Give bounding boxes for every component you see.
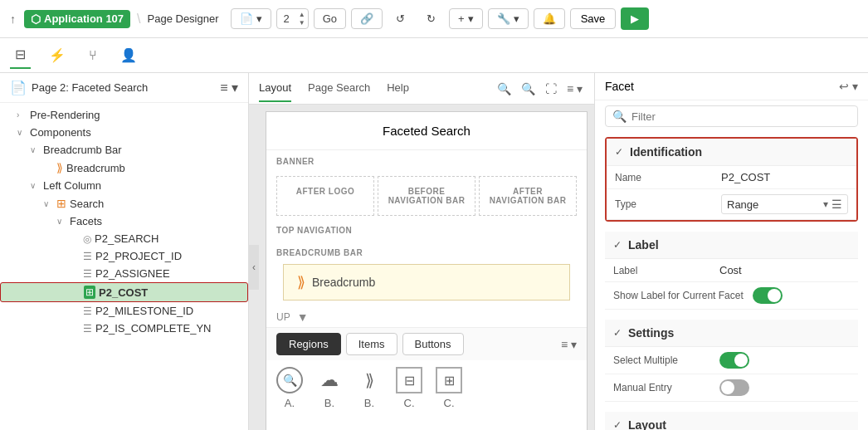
save-button[interactable]: Save <box>570 8 617 29</box>
settings-section: ✓ Settings Select Multiple Manual Entry <box>605 320 858 402</box>
go-button[interactable]: Go <box>314 8 346 29</box>
chevron-icon: ∨ <box>17 128 27 137</box>
page-number-input[interactable]: 2 <box>277 9 296 28</box>
sidebar-item-p2-milestone-id[interactable]: ☰ P2_MILESTONE_ID <box>0 302 248 320</box>
left-scroll-arrow[interactable]: ‹ <box>249 245 259 290</box>
type-select[interactable]: Range ▾ ☰ <box>721 194 848 214</box>
add-button[interactable]: + ▾ <box>449 8 483 29</box>
layout-header[interactable]: ✓ Layout <box>605 412 858 430</box>
type-label: Type <box>615 198 714 210</box>
canvas-bottom-menu[interactable]: ≡ ▾ <box>561 338 577 351</box>
canvas-banner-section: BANNER <box>266 150 587 173</box>
wrench-icon: 🔧 <box>497 12 510 25</box>
sidebar-item-search[interactable]: ∨ ⊞ Search <box>0 194 248 213</box>
breadcrumb-bar-label: BREADCRUMB BAR <box>276 245 577 261</box>
page-stepper[interactable]: ▲▼ <box>296 11 308 27</box>
page-title-text: Page 2: Faceted Search <box>32 81 148 94</box>
select-multiple-toggle[interactable] <box>719 352 749 369</box>
identification-header[interactable]: ✓ Identification <box>607 139 856 166</box>
sidebar-item-label: P2_IS_COMPLETE_YN <box>95 322 211 335</box>
zoom-out-icon[interactable]: 🔍 <box>495 81 513 97</box>
left-panel-menu-icon[interactable]: ≡ ▾ <box>220 80 238 95</box>
name-row: Name P2_COST <box>607 166 856 189</box>
expand-icon[interactable]: ⛶ <box>544 81 558 97</box>
sidebar-item-p2-cost[interactable]: ⊞ P2_COST <box>0 282 248 302</box>
left-panel: 📄 Page 2: Faceted Search ≡ ▾ › Pre-Rende… <box>0 73 249 430</box>
share-button[interactable]: 🔔 <box>534 8 565 29</box>
table-icon: ⊟ <box>396 367 422 393</box>
items-tab-button[interactable]: Items <box>346 333 397 355</box>
layout-view-icon[interactable]: ⊟ <box>10 42 31 69</box>
sidebar-item-p2-assignee[interactable]: ☰ P2_ASSIGNEE <box>0 265 248 282</box>
redo-button[interactable]: ↻ <box>418 9 444 28</box>
sidebar-item-p2-is-complete[interactable]: ☰ P2_IS_COMPLETE_YN <box>0 320 248 337</box>
select-multiple-row: Select Multiple <box>605 347 858 374</box>
grid-icon: ⊞ <box>436 367 462 393</box>
sidebar-item-p2-project-id[interactable]: ☰ P2_PROJECT_ID <box>0 247 248 265</box>
layout-section: ✓ Layout <box>605 412 858 430</box>
label-header[interactable]: ✓ Label <box>605 232 858 259</box>
type-dropdown-arrow: ▾ <box>823 198 828 210</box>
filter-search-icon: 🔍 <box>612 110 627 123</box>
sidebar-item-label: Pre-Rendering <box>30 109 100 121</box>
settings-header[interactable]: ✓ Settings <box>605 320 858 347</box>
after-logo-region: AFTER LOGO <box>276 176 374 216</box>
tab-help[interactable]: Help <box>387 75 409 102</box>
show-label-toggle[interactable] <box>753 287 783 304</box>
manual-entry-toggle[interactable] <box>719 379 749 396</box>
after-logo-label: AFTER LOGO <box>284 183 367 199</box>
dropdown-arrow: ▾ <box>256 12 262 25</box>
main-area: 📄 Page 2: Faceted Search ≡ ▾ › Pre-Rende… <box>0 73 868 430</box>
page-data-icon[interactable]: ⑂ <box>84 43 102 68</box>
breadcrumb-icon: ⟫ <box>56 161 63 174</box>
new-page-button[interactable]: 📄 ▾ <box>231 8 271 29</box>
sidebar-item-label: P2_MILESTONE_ID <box>95 305 193 317</box>
tab-page-search[interactable]: Page Search <box>308 75 370 102</box>
list-facet-icon4: ☰ <box>83 323 92 335</box>
after-nav-label: AFTER NAVIGATION BAR <box>486 183 569 208</box>
shared-components-button[interactable]: 🔗 <box>351 8 383 29</box>
sidebar-item-p2-search[interactable]: ◎ P2_SEARCH <box>0 230 248 247</box>
sidebar-item-left-column[interactable]: ∨ Left Column <box>0 177 248 194</box>
undo-button[interactable]: ↺ <box>388 9 413 28</box>
settings-chevron: ✓ <box>613 327 622 339</box>
back-arrow[interactable]: ↑ <box>7 9 19 29</box>
shared-comp-icon[interactable]: 👤 <box>115 42 142 68</box>
utilities-button[interactable]: 🔧 ▾ <box>488 8 529 29</box>
label-title: Label <box>628 238 659 252</box>
type-row: Type Range ▾ ☰ <box>607 189 856 220</box>
app-icon: ⬡ <box>31 12 41 26</box>
canvas-menu-icon[interactable]: ≡ ▾ <box>565 81 584 97</box>
canvas-icon-b2: ⟫ B. <box>356 367 383 409</box>
sidebar-item-facets[interactable]: ∨ Facets <box>0 213 248 230</box>
breadcrumb-region: ⟫ Breadcrumb <box>283 264 570 301</box>
sidebar-item-pre-rendering[interactable]: › Pre-Rendering <box>0 106 248 124</box>
chevron-icon <box>70 269 80 278</box>
list-facet-icon3: ☰ <box>83 305 92 317</box>
chevron-icon: ∨ <box>43 199 53 208</box>
tab-layout[interactable]: Layout <box>259 75 291 102</box>
chevron-icon <box>70 234 80 243</box>
app-badge[interactable]: ⬡ Application 107 <box>24 10 130 28</box>
zoom-in-icon[interactable]: 🔍 <box>519 81 537 97</box>
run-button[interactable]: ▶ <box>621 7 649 30</box>
type-list-icon[interactable]: ☰ <box>831 198 842 211</box>
identification-title: Identification <box>630 145 702 159</box>
sidebar-item-breadcrumb-bar[interactable]: ∨ Breadcrumb Bar <box>0 141 248 159</box>
filter-input[interactable] <box>631 110 851 123</box>
component-tree: › Pre-Rendering ∨ Components ∨ Breadcrum… <box>0 103 248 430</box>
sidebar-item-breadcrumb[interactable]: ⟫ Breadcrumb <box>0 159 248 177</box>
canvas: Faceted Search BANNER AFTER LOGO BEFORE … <box>249 105 594 430</box>
sidebar-item-components[interactable]: ∨ Components <box>0 124 248 141</box>
chevron-icon <box>70 306 80 315</box>
show-label-label: Show Label for Current Facet <box>613 290 746 301</box>
breadcrumb-region-text: Breadcrumb <box>312 276 375 289</box>
after-nav-region: AFTER NAVIGATION BAR <box>479 176 577 216</box>
regions-tab-button[interactable]: Regions <box>276 333 341 355</box>
messages-icon[interactable]: ⚡ <box>44 42 71 68</box>
sidebar-item-label: Left Column <box>43 179 101 192</box>
canvas-icon-c1: ⊟ C. <box>396 367 422 409</box>
return-icon[interactable]: ↩ ▾ <box>839 80 858 93</box>
search-region-icon: ⊞ <box>56 197 66 210</box>
buttons-tab-button[interactable]: Buttons <box>402 333 464 355</box>
